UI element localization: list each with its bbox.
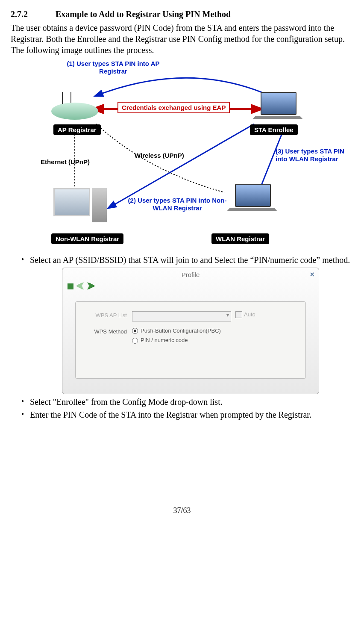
nav-stop-icon[interactable] — [68, 283, 73, 289]
profile-nav: ⮜ ⮞ — [68, 281, 96, 292]
profile-form: WPS AP List Auto WPS Method Push-Button … — [75, 301, 306, 379]
diagram-step3: (3) User types STA PIN into WLAN Registr… — [276, 147, 352, 163]
diagram-step1: (1) User types STA PIN into AP Registrar — [66, 60, 160, 75]
bullet-item: Select "Enrollee" from the Config Mode d… — [21, 396, 353, 407]
ap-registrar-label: AP Registrar — [53, 126, 101, 134]
wps-ap-list-label: WPS AP List — [84, 311, 132, 319]
auto-label: Auto — [244, 311, 255, 318]
desktop-icon — [53, 188, 113, 231]
profile-dialog: Profile × ⮜ ⮞ WPS AP List Auto WPS Metho… — [62, 268, 319, 394]
profile-title: Profile — [182, 271, 200, 278]
close-icon[interactable]: × — [310, 270, 314, 280]
diagram-step2: (2) User types STA PIN into Non-WLAN Reg… — [126, 197, 229, 212]
nav-back-icon[interactable]: ⮜ — [76, 281, 85, 292]
wlan-laptop-icon — [229, 184, 276, 214]
wps-ap-list-combo[interactable] — [132, 311, 231, 321]
radio-pin-label: PIN / numeric code — [141, 337, 188, 343]
section-title: Example to Add to Registrar Using PIN Me… — [56, 9, 231, 19]
radio-pin[interactable] — [132, 338, 138, 344]
sta-laptop-icon — [254, 92, 301, 122]
intro-paragraph: The user obtains a device password (PIN … — [11, 22, 353, 56]
bullet-list-1: Select an AP (SSID/BSSID) that STA will … — [11, 254, 353, 265]
bullet-item: Enter the PIN Code of the STA into the R… — [21, 409, 353, 420]
radio-pbc[interactable] — [132, 328, 138, 334]
credentials-box: Credentials exchanged using EAP — [117, 104, 230, 112]
page-number: 37/63 — [11, 506, 353, 516]
router-icon — [51, 94, 103, 120]
section-heading: 2.7.2Example to Add to Registrar Using P… — [11, 9, 353, 20]
wps-method-label: WPS Method — [84, 327, 132, 336]
section-number: 2.7.2 — [11, 9, 56, 20]
sta-enrollee-label: STA Enrollee — [250, 126, 298, 134]
wlan-registrar-label: WLAN Registrar — [211, 235, 269, 243]
non-wlan-registrar-label: Non-WLAN Registrar — [51, 235, 123, 243]
pin-method-diagram: (1) User types STA PIN into AP Registrar… — [45, 60, 352, 250]
auto-checkbox[interactable] — [235, 311, 242, 318]
bullet-item: Select an AP (SSID/BSSID) that STA will … — [21, 254, 353, 265]
wireless-label: Wireless (UPnP) — [135, 152, 184, 159]
bullet-list-2: Select "Enrollee" from the Config Mode d… — [11, 396, 353, 420]
ethernet-label: Ethernet (UPnP) — [41, 158, 90, 166]
nav-forward-icon[interactable]: ⮞ — [87, 281, 96, 292]
radio-pbc-label: Push-Button Configuration(PBC) — [141, 327, 221, 334]
